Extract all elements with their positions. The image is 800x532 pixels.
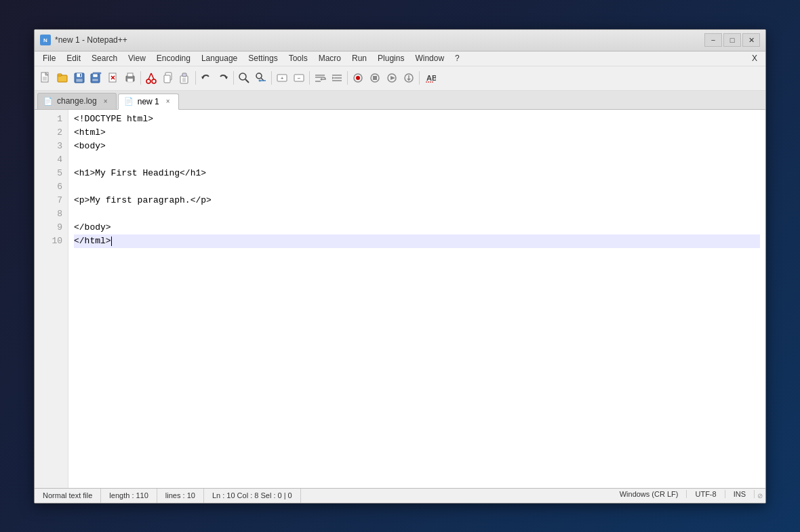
line-num-3: 3 — [35, 140, 62, 153]
menu-window[interactable]: Window — [409, 52, 449, 66]
tab-new1-icon: 📄 — [124, 97, 134, 106]
zoom-in-button[interactable]: + — [274, 70, 290, 86]
resize-grip-icon: ⊘ — [755, 490, 765, 501]
svg-marker-35 — [225, 77, 228, 79]
text-cursor — [111, 237, 112, 246]
status-ins[interactable]: INS — [725, 490, 755, 498]
close-button[interactable]: ✕ — [742, 33, 760, 47]
cut-button[interactable] — [143, 70, 159, 86]
menu-run[interactable]: Run — [346, 52, 372, 66]
separator-7 — [419, 71, 420, 85]
svg-text:ABC: ABC — [426, 74, 436, 82]
menu-macro[interactable]: Macro — [313, 52, 346, 66]
copy-button[interactable] — [160, 70, 176, 86]
menu-edit[interactable]: Edit — [61, 52, 86, 66]
code-line-4 — [74, 153, 760, 167]
maximize-button[interactable]: □ — [723, 33, 741, 47]
svg-rect-56 — [373, 76, 377, 80]
menu-close-x[interactable]: X — [746, 52, 763, 64]
tab-changelog-label: change.log — [57, 96, 97, 106]
svg-point-24 — [152, 79, 156, 83]
wrap-button[interactable] — [312, 70, 328, 86]
line-num-9: 9 — [35, 221, 62, 234]
status-length: length : 110 — [101, 489, 157, 503]
menu-plugins[interactable]: Plugins — [372, 52, 409, 66]
separator-6 — [347, 71, 348, 85]
svg-line-26 — [151, 73, 154, 79]
code-editor[interactable]: <!DOCTYPE html> <html> <body> <h1>My Fir… — [68, 110, 765, 488]
line-num-10: 10 — [35, 234, 62, 248]
code-line-3: <body> — [74, 140, 760, 153]
menu-encoding[interactable]: Encoding — [151, 52, 196, 66]
menu-settings[interactable]: Settings — [243, 52, 283, 66]
window-controls: − □ ✕ — [704, 33, 760, 47]
print-button[interactable] — [122, 70, 138, 86]
undo-button[interactable] — [198, 70, 214, 86]
code-line-6 — [74, 180, 760, 194]
redo-button[interactable] — [215, 70, 231, 86]
svg-marker-40 — [258, 79, 260, 82]
status-file-type: Normal text file — [35, 489, 101, 503]
svg-rect-11 — [76, 79, 83, 82]
svg-text:+: + — [281, 75, 284, 81]
app-icon: N — [40, 35, 51, 45]
separator-4 — [271, 71, 272, 85]
svg-rect-30 — [182, 73, 186, 77]
close-file-button[interactable] — [105, 70, 121, 86]
line-num-8: 8 — [35, 207, 62, 221]
menu-tools[interactable]: Tools — [283, 52, 313, 66]
svg-marker-52 — [332, 77, 334, 79]
open-file-button[interactable] — [54, 70, 71, 86]
svg-rect-28 — [164, 75, 170, 83]
menu-search[interactable]: Search — [86, 52, 123, 66]
minimize-button[interactable]: − — [704, 33, 722, 47]
new-file-button[interactable] — [37, 70, 54, 86]
tab-changelog[interactable]: 📄 change.log × — [37, 93, 117, 109]
separator-1 — [140, 71, 141, 85]
code-line-2: <html> — [74, 126, 760, 140]
menu-help[interactable]: ? — [449, 52, 465, 66]
menu-view[interactable]: View — [123, 52, 151, 66]
zoom-out-button[interactable]: − — [291, 70, 307, 86]
code-line-8 — [74, 207, 760, 221]
indent-button[interactable] — [329, 70, 345, 86]
save-all-button[interactable] — [88, 70, 104, 86]
macro-save-button[interactable] — [401, 70, 417, 86]
line-num-1: 1 — [35, 112, 62, 126]
macro-record-button[interactable] — [350, 70, 366, 86]
svg-rect-14 — [93, 74, 98, 77]
window-title: *new 1 - Notepad++ — [55, 35, 704, 45]
svg-point-54 — [356, 76, 360, 80]
tab-changelog-close[interactable]: × — [101, 96, 111, 106]
separator-3 — [233, 71, 234, 85]
find-button[interactable] — [236, 70, 252, 86]
line-num-7: 7 — [35, 194, 62, 207]
menu-language[interactable]: Language — [196, 52, 243, 66]
separator-5 — [309, 71, 310, 85]
line-num-5: 5 — [35, 167, 62, 180]
macro-stop-button[interactable] — [367, 70, 383, 86]
menu-file[interactable]: File — [37, 52, 61, 66]
status-encoding[interactable]: UTF-8 — [687, 490, 725, 498]
code-line-9: </body> — [74, 221, 760, 234]
svg-rect-10 — [77, 73, 82, 77]
line-numbers: 1 2 3 4 5 6 7 8 9 10 — [35, 110, 68, 488]
macro-play-button[interactable] — [384, 70, 400, 86]
code-line-1: <!DOCTYPE html> — [74, 112, 760, 126]
tab-new1[interactable]: 📄 new 1 × — [118, 94, 179, 110]
svg-text:N: N — [43, 37, 47, 43]
toolbar: + − — [35, 66, 765, 91]
tab-new1-label: new 1 — [138, 97, 159, 106]
svg-rect-16 — [93, 73, 101, 74]
tab-new1-close[interactable]: × — [163, 97, 173, 106]
save-button[interactable] — [71, 70, 87, 86]
status-lines: lines : 10 — [157, 489, 204, 503]
tab-bar: 📄 change.log × 📄 new 1 × — [35, 91, 765, 110]
find-replace-button[interactable] — [253, 70, 269, 86]
svg-point-36 — [239, 73, 246, 80]
editor-container: 1 2 3 4 5 6 7 8 9 10 <!DOCTYPE html> <ht… — [35, 110, 765, 488]
status-line-ending[interactable]: Windows (CR LF) — [612, 490, 687, 498]
spell-check-button[interactable]: ABC — [422, 70, 438, 86]
paste-button[interactable] — [177, 70, 193, 86]
status-bar: Normal text file length : 110 lines : 10… — [35, 488, 765, 503]
